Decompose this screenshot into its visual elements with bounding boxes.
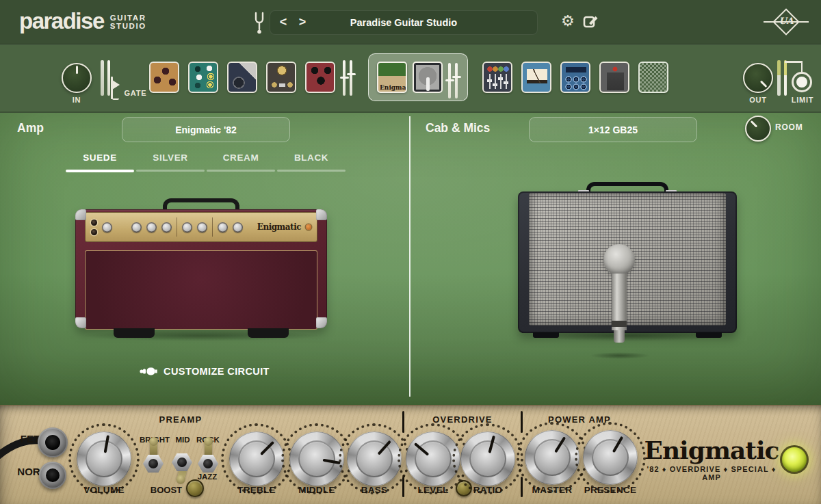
bass-knob[interactable] — [347, 432, 402, 486]
ratio-label: RATIO — [454, 485, 522, 495]
cab-section-title: Cab & Mics — [426, 121, 490, 135]
cab-foot — [533, 332, 559, 338]
input-label: IN — [62, 96, 92, 104]
pedal-slot-empty[interactable] — [638, 62, 668, 93]
treble-label: TREBLE — [222, 485, 291, 495]
signal-chain-toolbar: IN GATE Enigmatic OUT LI — [0, 44, 821, 113]
top-bar: paradise GUITARSTUDIO < > Paradise Guita… — [0, 0, 821, 44]
ua-diamond-logo: UA — [764, 8, 809, 36]
logo-subtitle: GUITARSTUDIO — [110, 14, 146, 30]
preamp-section-label: PREAMP — [140, 414, 222, 425]
pedal-slot-compressor[interactable] — [560, 62, 590, 93]
main-area: Amp Enigmatic '82 SUEDE SILVER CREAM BLA… — [0, 113, 821, 405]
boost-label: BOOST — [133, 485, 182, 495]
amp-front-grille — [85, 250, 317, 330]
power-led-button[interactable] — [780, 445, 809, 474]
limit-button[interactable] — [792, 72, 812, 92]
tab-suede[interactable]: SUEDE — [66, 152, 134, 172]
nor-input-jack[interactable] — [39, 462, 66, 489]
amp-foot — [114, 328, 155, 338]
gate-label[interactable]: GATE — [122, 89, 149, 97]
output-meter — [777, 60, 787, 96]
amp-thumbnail[interactable]: Enigmatic — [377, 62, 407, 93]
tab-cream[interactable]: CREAM — [207, 152, 275, 172]
post-amp-fader[interactable] — [448, 63, 458, 98]
room-label: ROOM — [775, 122, 803, 132]
cab-thumbnail[interactable] — [413, 62, 443, 93]
pedal-slot-distortion[interactable] — [305, 62, 335, 93]
cab-foot — [696, 332, 722, 338]
preset-back-button[interactable]: < — [276, 11, 291, 34]
preset-forward-button[interactable]: > — [295, 11, 310, 34]
bass-label: BASS — [340, 485, 408, 495]
boost-button[interactable] — [186, 479, 204, 497]
edit-preset-icon[interactable] — [583, 14, 599, 33]
mic-connector — [614, 330, 625, 343]
panel-brand-logo: Enigmatic — [643, 436, 780, 464]
tab-silver[interactable]: SILVER — [136, 152, 205, 172]
tuner-icon[interactable] — [252, 11, 267, 36]
section-divider — [409, 116, 410, 397]
pedal-slot-gate[interactable] — [599, 62, 629, 93]
limit-connector — [785, 61, 803, 63]
mic-head — [603, 244, 635, 276]
pedal-slot-vu-meter[interactable] — [521, 62, 551, 93]
limit-label: LIMIT — [785, 96, 820, 104]
amp-finish-tabs: SUEDE SILVER CREAM BLACK — [66, 152, 346, 172]
middle-knob[interactable] — [289, 432, 344, 486]
customize-circuit-button[interactable]: CUSTOMIZE CIRCUIT — [0, 366, 409, 377]
input-gain-knob[interactable] — [62, 63, 92, 93]
volume-label: VOLUME — [70, 485, 138, 495]
bright-toggle[interactable] — [141, 438, 166, 482]
input-meter — [101, 60, 110, 96]
panel-divider — [521, 411, 523, 433]
pre-amp-fader[interactable] — [343, 60, 352, 96]
pedal-slot-overdrive[interactable] — [149, 62, 179, 93]
pedal-slot-fuzz[interactable] — [227, 62, 257, 93]
presence-label: PRESENCE — [576, 485, 644, 495]
amp-panel-logo: Enigmatic — [257, 222, 301, 232]
amp-thumbnail-label: Enigmatic — [380, 84, 406, 91]
nor-input-label: NOR — [15, 466, 42, 477]
pedal-slot-chorus[interactable] — [188, 62, 218, 93]
amp-model-selector[interactable]: Enigmatic '82 — [122, 117, 290, 142]
amp-mini-jacks — [91, 220, 97, 235]
tube-icon — [140, 367, 157, 376]
panel-divider — [402, 411, 404, 433]
presence-knob[interactable] — [583, 430, 638, 485]
settings-gear-icon[interactable]: ⚙ — [561, 12, 575, 30]
volume-knob[interactable] — [77, 432, 131, 486]
preset-bar: < > Paradise Guitar Studio — [270, 10, 538, 35]
amp-head-image: Enigmatic — [74, 198, 328, 338]
tab-black[interactable]: BLACK — [277, 152, 346, 172]
pedal-slot-eq[interactable] — [482, 62, 512, 93]
amp-panel: FET NOR VOLUME PREAMP BRIGHT MID ROCK JA… — [0, 405, 821, 504]
amp-section-title: Amp — [17, 121, 44, 135]
output-label: OUT — [743, 96, 773, 104]
cab-model-selector[interactable]: 1×12 GB25 — [529, 117, 697, 142]
ua-monogram: UA — [764, 16, 809, 26]
amp-pilot-light — [306, 224, 311, 230]
pedal-slot-tremolo[interactable] — [266, 62, 296, 93]
amp-foot — [248, 328, 289, 338]
treble-knob[interactable] — [229, 432, 284, 486]
preset-name[interactable]: Paradise Guitar Studio — [318, 11, 489, 34]
ratio-knob[interactable] — [460, 432, 515, 486]
plugin-window: paradise GUITARSTUDIO < > Paradise Guita… — [0, 0, 821, 504]
master-knob[interactable] — [525, 430, 579, 485]
microphone[interactable] — [603, 244, 635, 355]
output-gain-knob[interactable] — [743, 63, 773, 93]
paradise-logo: paradise GUITARSTUDIO — [19, 10, 146, 33]
mic-band — [612, 321, 627, 327]
limit-connector-2 — [801, 61, 803, 72]
panel-brand-tagline: '82 ♦ OVERDRIVE ♦ SPECIAL ♦ AMP — [640, 465, 783, 481]
logo-wordmark: paradise — [19, 10, 104, 33]
room-knob[interactable] — [745, 116, 771, 142]
selected-amp-cab-group: Enigmatic — [368, 53, 468, 101]
fet-input-jack[interactable] — [38, 427, 68, 457]
amp-control-panel: Enigmatic — [85, 212, 317, 242]
